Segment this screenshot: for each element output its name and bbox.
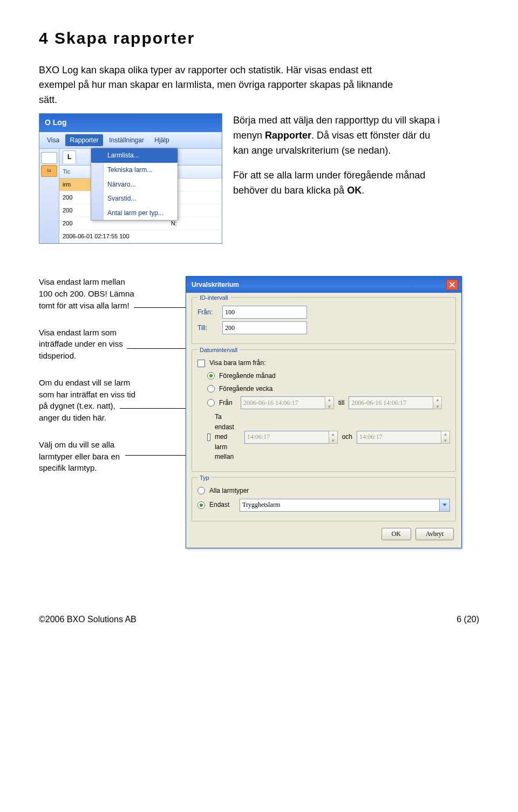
group-id-intervall: ID-intervall Från: Till: bbox=[192, 297, 456, 344]
radio-label-vecka: Föregående vecka bbox=[219, 384, 272, 394]
dialog-title: Urvalskriterium bbox=[192, 280, 239, 290]
callout-line: Visa endast larm mellan bbox=[39, 277, 125, 286]
callout-4: Välj om du vill se alla larmtyper eller … bbox=[39, 439, 179, 474]
app-main: L Tic T. irmTr 200N. 200Tr 200N: 2006-06… bbox=[59, 149, 222, 243]
page-footer: ©2006 BXO Solutions AB 6 (20) bbox=[39, 613, 479, 627]
callout-line: Om du endast vill se larm bbox=[39, 378, 130, 387]
time-from-spinner[interactable]: ▲▼ bbox=[244, 431, 338, 444]
callout-line: 100 och 200. OBS! Lämna bbox=[39, 289, 134, 298]
callout-line: inträffade under en viss bbox=[39, 339, 123, 348]
callout-column: Visa endast larm mellan 100 och 200. OBS… bbox=[39, 276, 179, 489]
radio-label-endast: Endast bbox=[209, 500, 235, 510]
sidebar: ta bbox=[39, 149, 59, 243]
callout-line: Visa endast larm som bbox=[39, 328, 117, 337]
callout-line: anger du tiden här. bbox=[39, 413, 106, 422]
group-typ: Typ Alla larmtyper Endast bbox=[192, 477, 456, 521]
date-to-input[interactable] bbox=[349, 396, 433, 409]
radio-fran[interactable] bbox=[207, 399, 215, 407]
callout-1: Visa endast larm mellan 100 och 200. OBS… bbox=[39, 276, 179, 311]
visa-bara-checkbox[interactable] bbox=[197, 360, 205, 367]
dd-item-larmlista[interactable]: Larmlista... bbox=[91, 148, 178, 163]
dd-item-antal[interactable]: Antal larm per typ... bbox=[91, 206, 178, 221]
from-input[interactable] bbox=[222, 306, 307, 319]
callout-line: som har inträffat en viss tid bbox=[39, 390, 135, 399]
from-label: Från: bbox=[197, 307, 218, 318]
app-titlebar: O Log bbox=[39, 114, 222, 132]
group-datumintervall: Datumintervall Visa bara larm från: Före… bbox=[192, 349, 456, 472]
rp1-l3: kan ange urvalskriterium (se nedan). bbox=[233, 145, 391, 156]
page-heading: 4 Skapa rapporter bbox=[39, 26, 479, 51]
spin-buttons[interactable]: ▲▼ bbox=[329, 431, 338, 444]
callout-2: Visa endast larm som inträffade under en… bbox=[39, 327, 179, 362]
rapporter-dropdown: Larmlista... Tekniska larm... Närvaro...… bbox=[91, 148, 178, 221]
rp2-l2b: . bbox=[362, 185, 364, 196]
intro-line1: BXO Log kan skapa olika typer av rapport… bbox=[39, 65, 372, 75]
cell: 2006-06-01 02:17:55 100 bbox=[59, 230, 222, 243]
radio-label-fran: Från bbox=[219, 398, 236, 408]
urvalskriterium-dialog: Urvalskriterium ID-intervall Från: Till: bbox=[186, 276, 462, 548]
time-to-input[interactable] bbox=[357, 431, 441, 444]
radio-foregaende-manad[interactable] bbox=[207, 372, 215, 380]
rp1-l1: Börja med att välja den rapporttyp du vi… bbox=[233, 115, 440, 126]
time-from-input[interactable] bbox=[244, 431, 329, 444]
date-to-spinner[interactable]: ▲▼ bbox=[349, 396, 442, 409]
chevron-down-icon[interactable] bbox=[439, 499, 450, 512]
close-icon[interactable] bbox=[446, 279, 458, 290]
rp2-l1: För att se alla larm under föregående må… bbox=[233, 170, 425, 181]
intro-line3: sätt. bbox=[39, 94, 57, 105]
radio-foregaende-vecka[interactable] bbox=[207, 385, 215, 393]
radio-endast[interactable] bbox=[197, 501, 205, 509]
footer-right: 6 (20) bbox=[456, 613, 479, 627]
visa-bara-label: Visa bara larm från: bbox=[209, 358, 266, 368]
label-till: till bbox=[338, 398, 344, 408]
menubar: Visa Rapporter Inställningar Hjälp bbox=[39, 132, 222, 149]
dd-item-narvaro[interactable]: Närvaro... bbox=[91, 177, 178, 192]
date-from-spinner[interactable]: ▲▼ bbox=[241, 396, 334, 409]
rp2-bold: OK bbox=[347, 185, 362, 196]
tab-l[interactable]: L bbox=[63, 150, 76, 163]
time-checkbox-label: Ta endast med larm mellan bbox=[215, 412, 240, 462]
till-input[interactable] bbox=[222, 321, 307, 334]
dialog-titlebar: Urvalskriterium bbox=[186, 277, 461, 293]
ok-button[interactable]: OK bbox=[381, 528, 411, 540]
callout-line: på dygnet (t.ex. natt), bbox=[39, 401, 115, 410]
larmtyp-combo-input[interactable] bbox=[240, 499, 440, 512]
callout-line: larmtyper eller bara en bbox=[39, 452, 120, 461]
larmtyp-combo[interactable] bbox=[240, 499, 450, 512]
sidebar-chip-2[interactable]: ta bbox=[41, 165, 57, 177]
dd-item-tekniska[interactable]: Tekniska larm... bbox=[91, 163, 178, 177]
intro-text: BXO Log kan skapa olika typer av rapport… bbox=[39, 63, 479, 108]
dd-item-svarstid[interactable]: Svarstid... bbox=[91, 191, 178, 206]
label-och: och bbox=[342, 432, 352, 442]
group-title-typ: Typ bbox=[197, 473, 212, 483]
right-text: Börja med att välja den rapporttyp du vi… bbox=[233, 113, 479, 244]
intro-line2: exempel på hur man skapar en larmlista, … bbox=[39, 79, 393, 90]
callout-line: tomt för att visa alla larm! bbox=[39, 301, 130, 310]
group-title-datum: Datumintervall bbox=[197, 346, 240, 355]
spin-buttons[interactable]: ▲▼ bbox=[441, 431, 450, 444]
table-row-bottom: 2006-06-01 02:17:55 100 bbox=[59, 230, 222, 243]
menu-visa[interactable]: Visa bbox=[43, 134, 64, 147]
time-checkbox[interactable] bbox=[207, 433, 210, 441]
cancel-button[interactable]: Avbryt bbox=[415, 528, 454, 540]
menu-hjalp[interactable]: Hjälp bbox=[150, 134, 173, 147]
rp1-bold: Rapporter bbox=[265, 130, 311, 141]
spin-buttons[interactable]: ▲▼ bbox=[433, 396, 442, 409]
callout-line: specifik larmtyp. bbox=[39, 463, 97, 472]
date-from-input[interactable] bbox=[241, 396, 325, 409]
time-to-spinner[interactable]: ▲▼ bbox=[357, 431, 450, 444]
menu-rapporter[interactable]: Rapporter bbox=[65, 134, 103, 147]
radio-alla-larmtyper[interactable] bbox=[197, 487, 205, 494]
callout-line: Välj om du vill se alla bbox=[39, 440, 114, 449]
group-title-id: ID-intervall bbox=[197, 293, 230, 302]
rp2-l2a: behöver du bara klicka på bbox=[233, 185, 347, 196]
rp1-l2b: . Då visas ett fönster där du bbox=[311, 130, 430, 141]
spin-buttons[interactable]: ▲▼ bbox=[325, 396, 334, 409]
radio-label-manad: Föregående månad bbox=[219, 371, 276, 381]
till-label: Till: bbox=[197, 323, 218, 333]
sidebar-chip-1[interactable] bbox=[41, 152, 57, 164]
app-screenshot: O Log Visa Rapporter Inställningar Hjälp… bbox=[39, 113, 222, 244]
menu-installningar[interactable]: Inställningar bbox=[105, 134, 148, 147]
rp1-l2a: menyn bbox=[233, 130, 265, 141]
radio-label-alla: Alla larmtyper bbox=[209, 486, 249, 496]
